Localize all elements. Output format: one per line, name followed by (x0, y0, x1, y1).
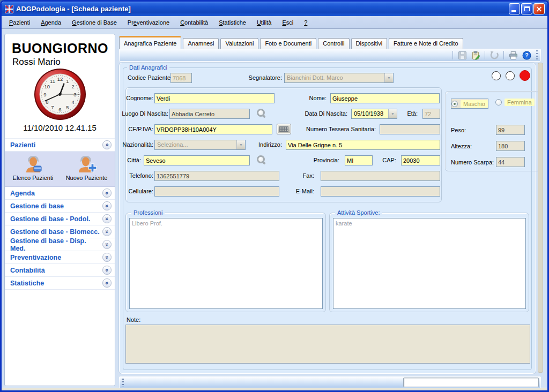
expand-button[interactable]: » (102, 253, 112, 262)
menu-agenda[interactable]: Agenda (35, 17, 66, 28)
chevron-down-icon: » (104, 268, 110, 272)
eta-field[interactable] (422, 109, 440, 119)
note-textarea[interactable] (125, 325, 530, 364)
tab-controlli[interactable]: Controlli (318, 38, 349, 49)
app-window: ADGPodologia - [Scheda paziente] Pazient… (0, 0, 549, 392)
attivita-sportive-textarea[interactable]: karate (333, 218, 526, 309)
svg-text:10: 10 (44, 84, 50, 89)
cap-field[interactable] (401, 155, 440, 165)
sidebar-section-gestione-podol[interactable]: Gestione di base - Podol. » (5, 213, 115, 225)
statusbar-grip[interactable] (122, 379, 124, 387)
greeting-user: Rossi Mario (12, 57, 61, 67)
svg-text:?: ? (525, 52, 528, 58)
sidebar-section-gestione-di-base[interactable]: Gestione di base » (5, 200, 115, 213)
undo-button[interactable] (488, 50, 500, 61)
professioni-label: Professioni (131, 209, 165, 216)
expand-button[interactable]: » (102, 189, 112, 198)
cf-keyboard-button[interactable] (277, 124, 291, 134)
collapse-button[interactable]: » (102, 140, 112, 149)
citta-field[interactable] (144, 155, 250, 165)
altezza-field[interactable] (496, 141, 525, 151)
fax-field[interactable] (321, 171, 440, 181)
expand-button[interactable]: » (102, 278, 112, 288)
minimize-button[interactable] (509, 3, 520, 14)
menu-gestione-di-base[interactable]: Gestione di Base (66, 17, 122, 28)
sidebar-section-contabilita[interactable]: Contabilità » (5, 264, 115, 277)
chevron-up-icon: » (104, 143, 110, 146)
expand-button[interactable]: » (102, 266, 112, 275)
sidebar-section-pazienti[interactable]: Pazienti » (5, 139, 115, 152)
menu-utilita[interactable]: Utilità (251, 17, 277, 28)
tab-fatture-e-note-di-credito[interactable]: Fatture e Note di Credito (389, 38, 463, 49)
luogo-nascita-field[interactable] (169, 109, 250, 119)
status-indicator-red[interactable] (520, 70, 530, 81)
menu-bar: Pazienti Agenda Gestione di Base Prevent… (2, 16, 547, 29)
tab-valutazioni[interactable]: Valutazioni (220, 38, 258, 49)
anagrafica-content: Dati Anagrafici Codice Paziente Segnalat… (119, 63, 536, 374)
menu-preventivazione[interactable]: Preventivazione (122, 17, 175, 28)
edit-record-button[interactable] (470, 50, 481, 61)
sidebar-section-agenda[interactable]: Agenda » (5, 187, 115, 200)
peso-field[interactable] (496, 125, 525, 135)
toolbar-grip[interactable] (536, 50, 538, 60)
numero-scarpa-field[interactable] (496, 157, 525, 167)
tab-foto-e-documenti[interactable]: Foto e Documenti (260, 38, 316, 49)
expand-button[interactable]: » (102, 214, 112, 223)
attivita-sportive-group: Attività Sportive: karate (329, 213, 529, 312)
segnalatore-select[interactable]: Bianchini Dott. Marco ▼ (284, 73, 394, 83)
email-field[interactable] (321, 186, 440, 197)
datetime-text: 11/10/2010 12.41.15 (5, 123, 115, 132)
search-city-icon[interactable] (256, 108, 267, 119)
sidebar-section-gestione-disp-med[interactable]: Gestione di base - Disp. Med. » (5, 238, 115, 251)
menu-contabilita[interactable]: Contabilità (175, 17, 213, 28)
cognome-label: Cognome: (126, 95, 153, 101)
cellulare-field[interactable] (154, 186, 279, 197)
maximize-button[interactable] (521, 3, 532, 14)
cf-piva-label: CF/P.IVA: (128, 126, 153, 132)
sidebar-section-preventivazione[interactable]: Preventivazione » (5, 251, 115, 264)
luogo-nascita-label: Luogo Di Nascita: (122, 110, 168, 117)
data-nascita-select[interactable]: 05/10/1938 ▼ (351, 109, 397, 119)
tab-dispositivi[interactable]: Dispositivi (351, 38, 388, 49)
tab-anagrafica-paziente[interactable]: Anagrafica Paziente (119, 36, 181, 49)
professioni-textarea[interactable]: Libero Prof. (129, 218, 323, 309)
print-button[interactable] (507, 50, 519, 61)
radio-maschio[interactable]: Maschio (451, 99, 488, 109)
expand-button[interactable]: » (102, 201, 112, 210)
status-indicator-2[interactable] (506, 71, 515, 80)
sidebar-item-elenco-pazienti[interactable]: Elenco Pazienti (10, 154, 56, 186)
tab-anamnesi[interactable]: Anamnesi (183, 38, 219, 49)
help-button[interactable]: ? (521, 50, 532, 61)
chevron-down-icon: » (104, 281, 110, 284)
telefono-field[interactable] (154, 171, 279, 181)
cf-piva-field[interactable] (154, 124, 272, 134)
toolbar-separator (503, 51, 504, 59)
scrollbar-track (538, 63, 543, 373)
provincia-field[interactable] (345, 155, 373, 165)
telefono-label: Telefono: (129, 172, 153, 179)
nazionalita-select[interactable]: Seleziona... ▼ (154, 140, 246, 150)
menu-help[interactable]: ? (299, 17, 313, 28)
sidebar-section-gestione-biomecc[interactable]: Gestione di base - Biomecc. » (5, 225, 115, 238)
sidebar-section-statistiche[interactable]: Statistiche » (5, 277, 115, 290)
save-button[interactable] (456, 50, 468, 61)
tessera-field[interactable] (380, 124, 440, 134)
expand-button[interactable]: » (102, 227, 112, 236)
sidebar-item-nuovo-paziente[interactable]: Nuovo Paziente (64, 154, 110, 186)
menu-pazienti[interactable]: Pazienti (4, 17, 35, 28)
radio-femmina[interactable]: Femmina (495, 99, 535, 106)
menu-statistiche[interactable]: Statistiche (213, 17, 251, 28)
svg-text:5: 5 (66, 104, 69, 110)
nome-field[interactable] (330, 93, 440, 103)
cellulare-label: Cellulare: (129, 188, 153, 194)
clock-icon: 1212 345 678 91011 (33, 67, 87, 121)
menu-esci[interactable]: Esci (277, 17, 299, 28)
status-indicator-1[interactable] (492, 71, 501, 80)
svg-text:7: 7 (51, 104, 54, 110)
search-city-icon[interactable] (256, 155, 267, 165)
indirizzo-field[interactable] (286, 140, 440, 150)
codice-paziente-field[interactable] (170, 73, 192, 83)
cognome-field[interactable] (154, 93, 274, 103)
close-button[interactable] (533, 3, 545, 14)
expand-button[interactable]: » (102, 240, 112, 249)
